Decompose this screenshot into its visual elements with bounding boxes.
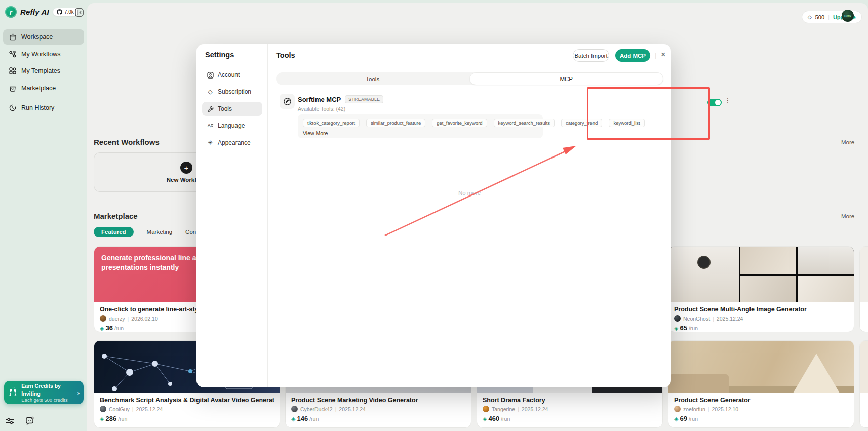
cover-photo	[798, 247, 854, 274]
settings-nav-subscription[interactable]: ◇ Subscription	[202, 85, 262, 99]
invite-banner[interactable]: Earn Credits by Inviting Each gets 500 c…	[4, 381, 84, 404]
card-author: CyberDuck42	[300, 406, 333, 412]
workflow-card[interactable]: Product Scene Multi-Angle Image Generato…	[668, 246, 854, 332]
cover-photo	[740, 247, 796, 274]
tool-tag: category_trend	[561, 119, 602, 127]
per-run-label: /run	[118, 416, 127, 422]
author-avatar	[483, 406, 489, 412]
card-runs: 69	[680, 415, 687, 422]
run-history-icon	[9, 104, 17, 112]
templates-icon	[9, 67, 17, 75]
settings-nav-label: Account	[218, 71, 240, 79]
settings-nav: Settings Account ◇ Subscription Tools A …	[196, 44, 268, 387]
card-author: NeonGhost	[683, 316, 710, 322]
user-avatar[interactable]: Refly	[842, 10, 854, 22]
brand: r Refly AI 7.0k	[5, 6, 79, 18]
run-credits-icon: ◈	[291, 416, 295, 422]
sidebar-item-label: Run History	[21, 104, 54, 111]
settings-nav-account[interactable]: Account	[202, 68, 262, 82]
run-credits-icon: ◈	[483, 416, 487, 422]
author-avatar	[674, 315, 681, 322]
run-credits-icon: ◈	[674, 416, 678, 422]
batch-import-button[interactable]: Batch Import	[573, 49, 609, 62]
meta-separator: |	[132, 406, 134, 412]
cover-photo	[740, 276, 796, 303]
marketplace-title: Marketplace	[94, 212, 138, 220]
tools-icon	[207, 106, 214, 112]
preferences-icon[interactable]	[5, 416, 15, 426]
settings-nav-appearance[interactable]: ☀ Appearance	[202, 136, 262, 150]
card-runs: 460	[488, 415, 499, 422]
cheers-icon	[8, 386, 18, 399]
available-tools-count: Available Tools: (42)	[298, 106, 345, 112]
per-run-label: /run	[501, 416, 510, 422]
per-run-label: /run	[309, 416, 319, 422]
tool-tag: keyword_list	[609, 119, 644, 127]
meta-separator: |	[713, 316, 714, 322]
tool-tag: get_favorite_keyword	[432, 119, 487, 127]
card-runs: 36	[105, 324, 112, 332]
recent-more-link[interactable]: More	[841, 139, 854, 145]
sidebar-item-my-templates[interactable]: My Templates	[3, 63, 84, 79]
sidebar-item-label: My Workflows	[21, 51, 61, 58]
tool-tag: keyword_search_results	[494, 119, 555, 127]
author-avatar	[100, 315, 106, 322]
recent-workflows-title: Recent Workflows	[94, 138, 160, 146]
tab-featured[interactable]: Featured	[94, 227, 134, 237]
kebab-menu-icon[interactable]: ⋮	[724, 96, 731, 104]
pill-separator: |	[828, 14, 830, 20]
marketplace-more-link[interactable]: More	[841, 213, 854, 219]
sidebar: Workspace My Workflows My Templates Mark…	[0, 0, 87, 431]
mcp-name: Sorftime MCP	[298, 96, 341, 103]
meta-separator: |	[708, 406, 709, 412]
mcp-plug-icon	[280, 94, 295, 109]
invite-title: Earn Credits by Inviting	[21, 382, 73, 397]
tab-marketing[interactable]: Marketing	[147, 229, 173, 235]
workspace-icon	[9, 33, 17, 41]
tools-panel: Tools Batch Import Add MCP | × Tools MCP…	[268, 44, 671, 387]
card-runs: 146	[297, 415, 308, 422]
meta-separator: |	[128, 316, 129, 322]
invite-subtitle: Each gets 500 credits	[21, 397, 73, 403]
sidebar-item-marketplace[interactable]: Marketplace	[3, 81, 84, 96]
tab-mcp[interactable]: MCP	[469, 72, 664, 85]
sidebar-collapse-button[interactable]	[75, 8, 84, 17]
add-mcp-button[interactable]: Add MCP	[615, 49, 650, 62]
sidebar-item-label: My Templates	[21, 67, 60, 74]
sidebar-item-run-history[interactable]: Run History	[3, 100, 84, 115]
card-title: Product Scene Marketing Video Generator	[291, 397, 465, 404]
credits-gem-icon: ◇	[808, 14, 812, 20]
settings-modal: Settings Account ◇ Subscription Tools A …	[196, 44, 671, 387]
mcp-enabled-toggle[interactable]	[707, 99, 722, 106]
sidebar-item-my-workflows[interactable]: My Workflows	[3, 47, 84, 62]
tools-panel-header: Tools Batch Import Add MCP | ×	[268, 44, 671, 66]
settings-nav-label: Language	[218, 122, 245, 129]
card-title: Product Scene Multi-Angle Image Generato…	[674, 306, 848, 313]
language-icon: A	[207, 123, 214, 129]
settings-nav-tools[interactable]: Tools	[202, 102, 262, 116]
plus-icon: +	[180, 162, 192, 174]
sidebar-item-label: Workspace	[21, 33, 53, 41]
subscription-icon: ◇	[207, 88, 214, 95]
settings-nav-language[interactable]: A Language	[202, 119, 262, 133]
account-icon	[207, 72, 214, 79]
tab-tools[interactable]: Tools	[276, 72, 469, 85]
settings-title: Settings	[205, 51, 234, 59]
close-icon[interactable]: ×	[661, 50, 665, 60]
card-author: CoolGuy	[109, 406, 130, 412]
svg-text:A: A	[207, 123, 210, 128]
view-more-link[interactable]: View More	[303, 130, 538, 136]
github-icon	[57, 9, 62, 15]
cover-photo	[668, 247, 739, 302]
card-title: Benchmark Script Analysis & Digital Avat…	[100, 397, 274, 404]
card-date: 2025.12.24	[339, 406, 366, 412]
tools-mcp-segmented-control: Tools MCP	[276, 72, 663, 85]
run-credits-icon: ◈	[100, 416, 104, 422]
feedback-icon[interactable]	[25, 416, 34, 426]
run-credits-icon: ◈	[674, 325, 678, 332]
run-credits-icon: ◈	[100, 325, 104, 332]
sidebar-item-workspace[interactable]: Workspace	[3, 29, 84, 45]
card-author: zoeforfun	[683, 406, 705, 412]
workflow-card[interactable]: Product Scene Generator zoeforfun|2025.1…	[668, 340, 854, 428]
settings-nav-label: Appearance	[218, 139, 251, 146]
